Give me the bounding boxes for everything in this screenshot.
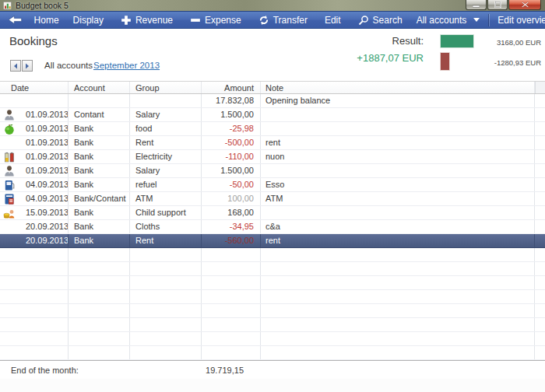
child-icon: [3, 207, 16, 219]
cell-account: [69, 318, 130, 331]
close-button[interactable]: [508, 0, 541, 10]
bookings-table: Date Account Group Amount Note 17.832,08…: [0, 81, 545, 360]
app-icon: [3, 2, 12, 10]
cell-date: [0, 248, 69, 261]
column-header-amount[interactable]: Amount: [202, 82, 261, 93]
toolbar-edit[interactable]: Edit: [318, 12, 348, 28]
edit-overview-button[interactable]: Edit overview: [490, 12, 545, 28]
column-header-account[interactable]: Account: [69, 82, 130, 93]
cell-date: [0, 346, 69, 359]
table-row[interactable]: 20.09.2013BankCloths-34,95c&a: [0, 220, 545, 234]
income-value: 3168,00 EUR: [497, 38, 541, 47]
table-row-empty[interactable]: [0, 276, 545, 290]
cell-filler: [535, 206, 545, 219]
accounts-dropdown-label: All accounts: [417, 15, 467, 26]
cell-group: ATM: [130, 192, 202, 205]
toolbar-display[interactable]: Display: [66, 12, 111, 28]
next-period-button[interactable]: [22, 60, 33, 72]
person-icon: [3, 109, 16, 121]
table-row[interactable]: 01.09.2013BankElectricity-110,00nuon: [0, 150, 545, 164]
cell-amount: 17.832,08: [202, 94, 261, 107]
person-icon: [3, 165, 16, 177]
plus-icon: [121, 15, 132, 26]
cell-note: [261, 122, 535, 135]
table-row-selected[interactable]: 20.09.2013BankRent-560,00rent: [0, 234, 545, 248]
window-title: Budget book 5: [16, 1, 69, 10]
period-link[interactable]: September 2013: [93, 61, 160, 70]
fuel-icon: [3, 179, 16, 191]
cell-amount: 1.500,00: [202, 164, 261, 177]
cell-note: [261, 276, 535, 289]
toolbar-transfer[interactable]: Transfer: [251, 12, 315, 28]
table-row[interactable]: 04.09.2013Bank/ContantATM100,00ATM: [0, 192, 545, 206]
main-toolbar: Home Display Revenue Expense Transfer Ed…: [0, 11, 545, 29]
cell-amount: [202, 346, 261, 359]
cell-group: [130, 276, 202, 289]
table-row-empty[interactable]: [0, 248, 545, 262]
toolbar-expense[interactable]: Expense: [183, 12, 248, 28]
no-icon: [3, 249, 16, 261]
date-text: 01.09.2013: [26, 164, 69, 177]
column-header-date[interactable]: Date: [0, 82, 69, 93]
column-header-note[interactable]: Note: [261, 82, 535, 93]
income-bar: [440, 34, 474, 48]
result-label: Result:: [392, 35, 424, 47]
table-row-empty[interactable]: [0, 304, 545, 318]
cell-group: refuel: [130, 178, 202, 191]
cell-date: 20.09.2013: [0, 234, 69, 247]
minimize-button[interactable]: [466, 0, 487, 10]
cell-group: Rent: [130, 136, 202, 149]
cell-amount: 100,00: [202, 192, 261, 205]
cell-group: [130, 262, 202, 275]
toolbar-separator: [488, 14, 489, 26]
cell-group: [130, 332, 202, 345]
cell-date: [0, 262, 69, 275]
search-icon: [358, 15, 369, 26]
accounts-dropdown[interactable]: All accounts: [410, 12, 487, 28]
cell-group: [130, 248, 202, 261]
cell-note: [261, 318, 535, 331]
cell-note: ATM: [261, 192, 535, 205]
table-row[interactable]: 01.09.2013BankRent-500,00rent: [0, 136, 545, 150]
cell-amount: [202, 262, 261, 275]
cell-amount: -500,00: [202, 136, 261, 149]
table-row[interactable]: 01.09.2013BankSalary1.500,00: [0, 164, 545, 178]
cell-note: [261, 332, 535, 345]
table-row[interactable]: 17.832,08Opening balance: [0, 94, 545, 108]
cell-amount: -560,00: [202, 234, 261, 247]
cell-filler: [535, 234, 545, 247]
cell-filler: [535, 332, 545, 345]
cell-note: nuon: [261, 150, 535, 163]
table-row[interactable]: 01.09.2013Bankfood-25,98: [0, 122, 545, 136]
cell-filler: [535, 346, 545, 359]
toolbar-display-label: Display: [73, 15, 104, 26]
cell-filler: [535, 150, 545, 163]
result-net-value: +1887,07 EUR: [357, 52, 424, 64]
table-row-empty[interactable]: [0, 290, 545, 304]
cell-note: [261, 290, 535, 303]
date-text: 20.09.2013: [26, 234, 69, 247]
toolbar-revenue[interactable]: Revenue: [114, 12, 180, 28]
toolbar-home[interactable]: Home: [27, 12, 66, 28]
maximize-button[interactable]: [487, 0, 508, 10]
cell-note: [261, 346, 535, 359]
table-row-empty[interactable]: [0, 262, 545, 276]
table-row-empty[interactable]: [0, 332, 545, 346]
previous-period-button[interactable]: [10, 60, 21, 72]
cell-amount: [202, 276, 261, 289]
cell-amount: -50,00: [202, 178, 261, 191]
table-row[interactable]: 01.09.2013ContantSalary1.500,00: [0, 108, 545, 122]
column-header-group[interactable]: Group: [130, 82, 202, 93]
cell-date: 01.09.2013: [0, 150, 69, 163]
table-row[interactable]: 15.09.2013BankChild support168,00: [0, 206, 545, 220]
cell-amount: 168,00: [202, 206, 261, 219]
table-row-empty[interactable]: [0, 346, 545, 360]
cell-account: Bank: [69, 206, 130, 219]
toolbar-search[interactable]: Search: [351, 12, 410, 28]
table-row-empty[interactable]: [0, 318, 545, 332]
back-icon[interactable]: [8, 15, 23, 25]
cell-account: Bank: [69, 136, 130, 149]
cell-date: [0, 332, 69, 345]
apple-icon: [3, 123, 16, 135]
table-row[interactable]: 04.09.2013Bankrefuel-50,00Esso: [0, 178, 545, 192]
